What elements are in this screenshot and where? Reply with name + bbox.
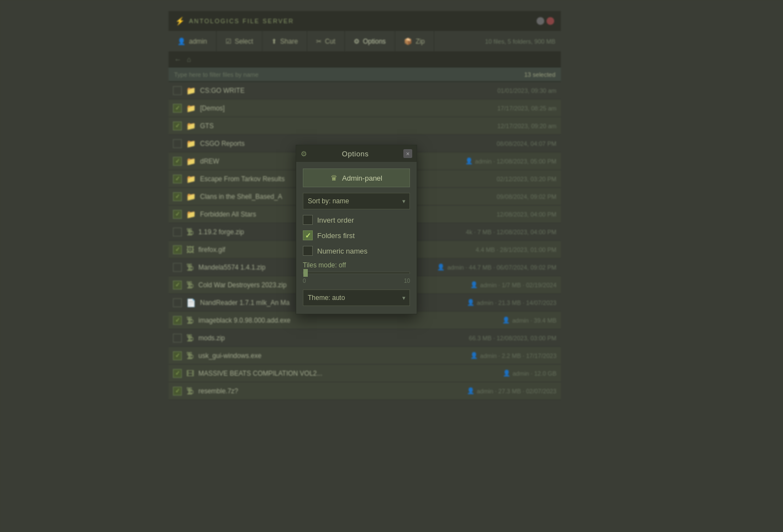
sort-by-select[interactable]: Sort by: name Sort by: date Sort by: siz…	[303, 193, 410, 209]
checkbox: ✓	[173, 316, 182, 325]
checkbox	[173, 139, 182, 148]
folders-first-checkbox[interactable]: ✓	[303, 230, 313, 240]
checkbox: ✓	[173, 210, 182, 219]
folders-first-label: Folders first	[317, 231, 355, 240]
invert-order-checkbox[interactable]	[303, 215, 313, 225]
window-controls	[537, 17, 554, 25]
filter-hint: Type here to filter files by name	[174, 71, 259, 78]
checkmark-icon: ✓	[305, 231, 311, 240]
toolbar-admin: 👤admin	[169, 31, 217, 51]
tiles-mode-label: Tiles mode: off	[303, 261, 410, 269]
numeric-names-row[interactable]: Numeric names	[303, 246, 410, 256]
folders-first-row[interactable]: ✓ Folders first	[303, 230, 410, 240]
file-row: ✓🎞MASSIVE BEATS COMPILATION VOL2...👤 adm…	[169, 365, 561, 382]
theme-wrapper: Theme: auto Theme: dark Theme: light	[303, 289, 410, 306]
file-row: 🗜mods.zip66.3 MB · 12/08/2023, 03:00 PM	[169, 329, 561, 347]
selection-bar: Type here to filter files by name 13 sel…	[169, 67, 561, 82]
file-row: ✓📁[Demos]17/17/2023, 08:25 am	[169, 99, 561, 117]
tiles-section: Tiles mode: off 0 10	[303, 261, 410, 284]
admin-panel-button[interactable]: ♛ Admin-panel	[303, 168, 410, 187]
dialog-gear-icon: ⚙	[301, 150, 307, 158]
checkbox	[173, 263, 182, 272]
invert-order-row[interactable]: Invert order	[303, 215, 410, 225]
dialog-title: Options	[311, 150, 400, 158]
file-row: ✓🗜usk_gui-windows.exe👤 admin · 2.2 MB · …	[169, 347, 561, 365]
toolbar-zip: 📦Zip	[395, 31, 434, 51]
app-title: ANTOLOGICS FILE SERVER	[189, 18, 294, 24]
crown-icon: ♛	[330, 173, 338, 182]
checkbox	[173, 298, 182, 307]
path-bar: ← ⌂	[169, 52, 561, 67]
sort-by-wrapper: Sort by: name Sort by: date Sort by: siz…	[303, 193, 410, 209]
checkbox: ✓	[173, 351, 182, 360]
invert-order-label: Invert order	[317, 216, 354, 224]
options-dialog: ⚙ Options × ♛ Admin-panel Sort by: name …	[296, 145, 417, 314]
toolbar-cut: ✂Cut	[307, 31, 345, 51]
home-btn: ⌂	[187, 55, 191, 64]
tiles-slider[interactable]	[303, 272, 410, 274]
slider-max-label: 10	[404, 278, 410, 284]
selected-count: 13 selected	[524, 71, 555, 78]
toolbar-options: ⚙Options	[345, 31, 395, 51]
checkbox	[173, 228, 182, 236]
file-row: ✓🗜resemble.7z?👤 admin · 27.3 MB · 02/07/…	[169, 382, 561, 400]
toolbar-select: ☑Select	[217, 31, 262, 51]
file-row: ✓📁GTS12/17/2023, 09:20 am	[169, 117, 561, 135]
toolbar-share: ⬆Share	[262, 31, 307, 51]
checkbox: ✓	[173, 369, 182, 378]
app-icon: ⚡	[175, 17, 185, 25]
dialog-close-button[interactable]: ×	[403, 149, 412, 158]
close-icon: ×	[406, 150, 409, 157]
checkbox: ✓	[173, 104, 182, 113]
close-btn	[546, 17, 554, 25]
checkbox: ✓	[173, 387, 182, 396]
numeric-names-label: Numeric names	[317, 247, 367, 255]
back-btn: ←	[174, 55, 181, 64]
checkbox	[173, 334, 182, 343]
checkbox: ✓	[173, 175, 182, 183]
numeric-names-checkbox[interactable]	[303, 246, 313, 256]
checkbox: ✓	[173, 192, 182, 201]
toolbar: 👤admin ☑Select ⬆Share ✂Cut ⚙Options 📦Zip…	[169, 31, 561, 52]
title-bar: ⚡ ANTOLOGICS FILE SERVER	[169, 11, 561, 31]
checkbox: ✓	[173, 245, 182, 254]
minimize-btn	[537, 17, 544, 25]
checkbox: ✓	[173, 157, 182, 166]
checkbox	[173, 86, 182, 95]
slider-min-label: 0	[303, 278, 306, 284]
checkbox: ✓	[173, 281, 182, 289]
checkbox: ✓	[173, 122, 182, 130]
dialog-title-bar: ⚙ Options ×	[296, 145, 417, 162]
dialog-body: ♛ Admin-panel Sort by: name Sort by: dat…	[296, 162, 417, 314]
theme-select[interactable]: Theme: auto Theme: dark Theme: light	[303, 289, 410, 306]
file-row: 📁CS:GO WRITE01/01/2023, 09:30 am	[169, 82, 561, 99]
path-info: 10 files, 5 folders, 900 MB	[485, 38, 561, 45]
slider-labels: 0 10	[303, 278, 410, 284]
admin-panel-label: Admin-panel	[342, 174, 382, 182]
